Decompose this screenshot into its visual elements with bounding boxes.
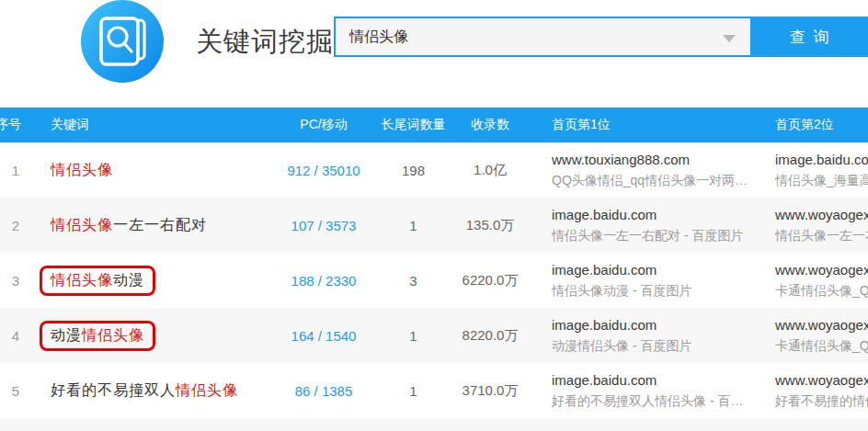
top1-desc: 好看的不易撞双人情侣头像 - 百… xyxy=(552,391,756,411)
longtail-count: 1 xyxy=(379,383,448,399)
longtail-count: 3 xyxy=(379,273,448,289)
column-header-top2: 首页第2位 xyxy=(756,117,868,133)
keyword-search-input[interactable]: 情侣头像 xyxy=(334,17,752,57)
pc-mobile-count[interactable]: 107 / 3573 xyxy=(268,218,379,233)
pc-mobile-count[interactable]: 86 / 1385 xyxy=(268,383,379,399)
top1-desc: 动漫情侣头像 - 百度图片 xyxy=(552,335,756,356)
dropdown-caret-icon[interactable] xyxy=(723,35,736,42)
app-logo xyxy=(81,0,164,83)
indexed-count: 1.0亿 xyxy=(448,162,532,179)
top2-result: www.woyaogexi 好看不易撞的情侣 xyxy=(756,370,868,411)
column-header-keyword: 关键词 xyxy=(44,117,268,133)
longtail-count: 1 xyxy=(379,328,448,344)
top1-domain: image.baidu.com xyxy=(552,370,756,391)
table-rows: 1 情侣头像 912 / 35010 198 1.0亿 www.touxiang… xyxy=(0,142,868,418)
keyword-text: 好看的不易撞双人情侣头像 xyxy=(51,382,238,398)
keyword-plain: 动漫 xyxy=(113,272,144,288)
keyword-cell: 情侣头像动漫 xyxy=(44,266,268,296)
column-header-longtail: 长尾词数量 xyxy=(379,117,448,133)
keyword-text-red-annotation-box: 动漫情侣头像 xyxy=(40,321,155,351)
top1-result: image.baidu.com 情侣头像一左一右配对 - 百度图片 xyxy=(532,205,756,245)
top2-domain: www.woyaogexi xyxy=(775,260,868,280)
page-header: 关键词挖掘 情侣头像 查 询 xyxy=(0,0,868,87)
table-row[interactable]: 5 好看的不易撞双人情侣头像 86 / 1385 1 3710.0万 image… xyxy=(0,363,868,418)
top1-result: image.baidu.com 动漫情侣头像 - 百度图片 xyxy=(532,315,756,356)
keyword-highlight: 情侣头像 xyxy=(51,272,113,288)
top2-desc: 卡通情侣头像_Q xyxy=(775,280,868,301)
top2-desc: 情侣头像一左一右 xyxy=(775,225,868,245)
column-header-indexed: 收录数 xyxy=(448,117,532,133)
search-input-value: 情侣头像 xyxy=(349,28,408,47)
top2-result: www.woyaogexi 卡通情侣头像_Q xyxy=(756,315,868,356)
row-index: 3 xyxy=(0,273,44,289)
pc-mobile-count[interactable]: 912 / 35010 xyxy=(268,163,379,178)
top1-domain: www.touxiang888.com xyxy=(552,150,756,170)
indexed-count: 6220.0万 xyxy=(448,272,532,289)
table-row[interactable]: 4 动漫情侣头像 164 / 1540 1 8220.0万 image.baid… xyxy=(0,308,868,363)
top2-domain: www.woyaogexi xyxy=(775,205,868,225)
next-row-strip xyxy=(0,418,868,431)
pc-mobile-count[interactable]: 188 / 2330 xyxy=(268,273,379,289)
top1-domain: image.baidu.com xyxy=(552,260,756,280)
top2-desc: 卡通情侣头像_Q xyxy=(775,335,868,356)
top2-desc: 好看不易撞的情侣 xyxy=(775,391,868,411)
keyword-highlight: 情侣头像 xyxy=(176,382,238,398)
indexed-count: 8220.0万 xyxy=(448,327,532,345)
table-header-row: 序号 关键词 PC/移动 长尾词数量 收录数 首页第1位 首页第2位 xyxy=(0,108,868,142)
top2-result: image.baidu.com 情侣头像_海量高 xyxy=(756,150,868,190)
page-title: 关键词挖掘 xyxy=(196,24,334,61)
keyword-cell: 动漫情侣头像 xyxy=(44,321,268,351)
top1-desc: 情侣头像一左一右配对 - 百度图片 xyxy=(552,225,756,245)
indexed-count: 3710.0万 xyxy=(448,382,532,400)
keyword-table: 序号 关键词 PC/移动 长尾词数量 收录数 首页第1位 首页第2位 1 情侣头… xyxy=(0,108,868,431)
top1-desc: 情侣头像动漫 - 百度图片 xyxy=(552,280,756,301)
top2-result: www.woyaogexi 卡通情侣头像_Q xyxy=(756,260,868,301)
top2-domain: image.baidu.com xyxy=(775,150,868,170)
table-row[interactable]: 2 情侣头像一左一右配对 107 / 3573 1 135.0万 image.b… xyxy=(0,198,868,253)
keyword-plain: 好看的不易撞双人 xyxy=(51,382,176,398)
table-row[interactable]: 3 情侣头像动漫 188 / 2330 3 6220.0万 image.baid… xyxy=(0,253,868,308)
row-index: 5 xyxy=(0,383,44,399)
top2-domain: www.woyaogexi xyxy=(775,370,868,391)
top2-result: www.woyaogexi 情侣头像一左一右 xyxy=(756,205,868,245)
top1-result: www.touxiang888.com QQ头像情侣_qq情侣头像一对两… xyxy=(532,150,756,190)
keyword-highlight: 情侣头像 xyxy=(51,217,113,233)
row-index: 4 xyxy=(0,328,44,344)
keyword-text: 情侣头像一左一右配对 xyxy=(51,217,207,233)
indexed-count: 135.0万 xyxy=(448,217,532,234)
table-row[interactable]: 1 情侣头像 912 / 35010 198 1.0亿 www.touxiang… xyxy=(0,142,868,198)
top1-result: image.baidu.com 好看的不易撞双人情侣头像 - 百… xyxy=(532,370,756,411)
top2-desc: 情侣头像_海量高 xyxy=(775,170,868,190)
keyword-cell: 情侣头像 xyxy=(44,161,268,180)
keyword-highlight: 情侣头像 xyxy=(51,162,113,177)
top1-result: image.baidu.com 情侣头像动漫 - 百度图片 xyxy=(532,260,756,301)
keyword-highlight: 情侣头像 xyxy=(82,327,144,343)
keyword-plain: 动漫 xyxy=(51,327,82,343)
row-index: 1 xyxy=(0,163,44,178)
keyword-text-red-annotation-box: 情侣头像动漫 xyxy=(40,266,155,296)
column-header-pc-mobile: PC/移动 xyxy=(268,117,379,133)
row-index: 2 xyxy=(0,218,44,233)
column-header-top1: 首页第1位 xyxy=(532,117,756,133)
pc-mobile-count[interactable]: 164 / 1540 xyxy=(268,328,379,344)
longtail-count: 1 xyxy=(379,218,448,233)
keyword-cell: 情侣头像一左一右配对 xyxy=(44,216,268,235)
book-search-icon xyxy=(97,14,148,69)
keyword-cell: 好看的不易撞双人情侣头像 xyxy=(44,381,268,401)
top1-domain: image.baidu.com xyxy=(552,315,756,335)
keyword-plain: 一左一右配对 xyxy=(113,217,207,233)
top2-domain: www.woyaogexi xyxy=(775,315,868,335)
longtail-count: 198 xyxy=(379,163,448,178)
top1-domain: image.baidu.com xyxy=(552,205,756,225)
top1-desc: QQ头像情侣_qq情侣头像一对两… xyxy=(552,170,756,190)
column-header-index: 序号 xyxy=(0,117,44,133)
search-button[interactable]: 查 询 xyxy=(752,17,868,57)
keyword-text: 情侣头像 xyxy=(51,162,113,177)
